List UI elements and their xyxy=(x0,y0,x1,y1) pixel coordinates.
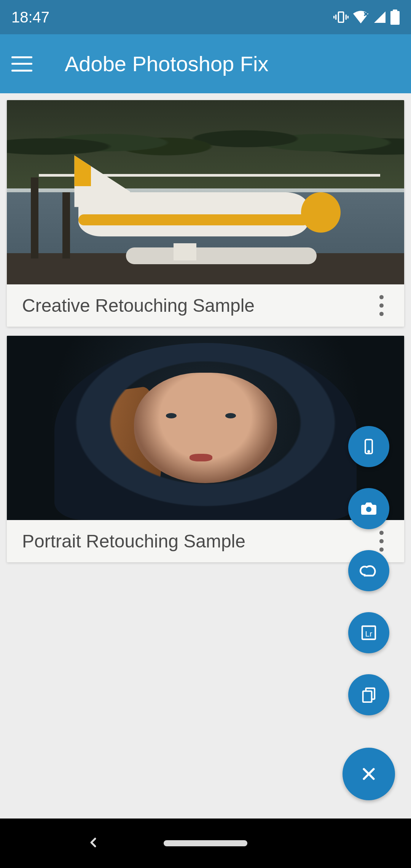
project-list: Creative Retouching Sample Portrait Reto… xyxy=(0,93,411,819)
fab-files[interactable] xyxy=(348,674,389,715)
fab-creative-cloud[interactable] xyxy=(348,550,389,591)
svg-rect-8 xyxy=(393,10,397,12)
files-icon xyxy=(360,686,378,704)
project-title: Portrait Retouching Sample xyxy=(22,531,245,552)
status-time: 18:47 xyxy=(11,9,49,26)
creative-cloud-icon xyxy=(359,561,379,581)
svg-point-11 xyxy=(366,507,371,512)
close-icon xyxy=(360,766,377,782)
svg-rect-15 xyxy=(363,691,372,702)
app-title: Adobe Photoshop Fix xyxy=(65,51,268,76)
vibrate-icon xyxy=(333,10,349,25)
nav-back-button[interactable] xyxy=(86,835,101,852)
fab-lightroom[interactable]: Lr xyxy=(348,612,389,653)
signal-icon xyxy=(373,10,387,24)
status-icons xyxy=(333,9,400,26)
svg-text:Lr: Lr xyxy=(365,629,372,638)
more-options-icon[interactable] xyxy=(374,295,389,316)
fab-close[interactable] xyxy=(342,748,395,800)
android-nav-bar xyxy=(0,819,411,868)
svg-rect-7 xyxy=(390,11,400,25)
fab-speed-dial: Lr xyxy=(342,426,395,800)
fab-camera[interactable] xyxy=(348,488,389,529)
phone-icon xyxy=(360,438,377,455)
wifi-icon xyxy=(352,9,369,26)
project-card-footer: Creative Retouching Sample xyxy=(7,284,404,327)
status-bar: 18:47 xyxy=(0,0,411,34)
svg-rect-0 xyxy=(338,12,343,22)
project-thumbnail xyxy=(7,100,404,284)
fab-phone[interactable] xyxy=(348,426,389,467)
menu-icon[interactable] xyxy=(11,56,32,72)
project-card[interactable]: Creative Retouching Sample xyxy=(7,100,404,327)
lightroom-icon: Lr xyxy=(360,624,378,641)
nav-home-pill[interactable] xyxy=(164,840,247,846)
battery-icon xyxy=(390,10,400,25)
camera-icon xyxy=(360,499,378,518)
svg-point-10 xyxy=(368,451,370,452)
project-title: Creative Retouching Sample xyxy=(22,295,255,316)
app-bar: Adobe Photoshop Fix xyxy=(0,34,411,93)
